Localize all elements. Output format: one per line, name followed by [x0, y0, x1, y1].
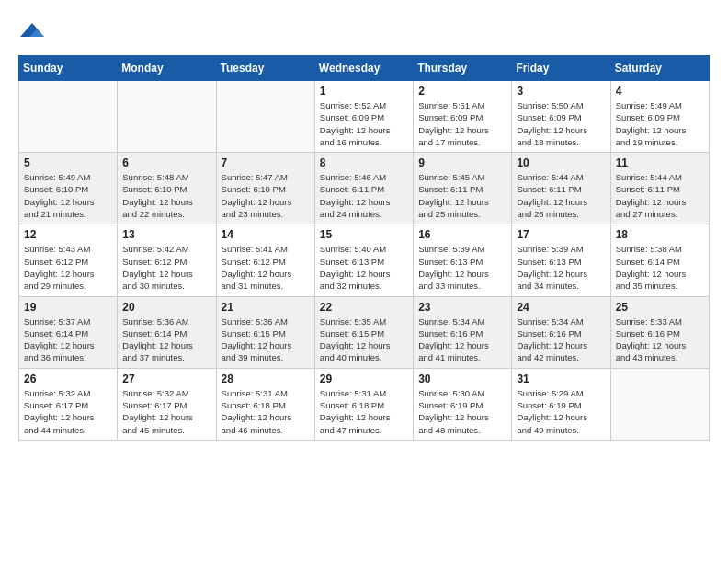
calendar-cell [216, 81, 314, 153]
calendar-cell: 2Sunrise: 5:51 AM Sunset: 6:09 PM Daylig… [414, 81, 512, 153]
calendar-cell: 28Sunrise: 5:31 AM Sunset: 6:18 PM Dayli… [216, 368, 314, 440]
weekday-header-tuesday: Tuesday [216, 56, 314, 81]
calendar-week-row: 5Sunrise: 5:49 AM Sunset: 6:10 PM Daylig… [19, 153, 710, 224]
day-info: Sunrise: 5:42 AM Sunset: 6:12 PM Dayligh… [122, 243, 210, 292]
day-number: 29 [320, 373, 408, 385]
day-info: Sunrise: 5:36 AM Sunset: 6:14 PM Dayligh… [122, 316, 210, 364]
day-number: 28 [222, 373, 310, 385]
weekday-header-monday: Monday [118, 56, 216, 81]
calendar-cell: 1Sunrise: 5:52 AM Sunset: 6:09 PM Daylig… [314, 81, 413, 153]
calendar-cell: 19Sunrise: 5:37 AM Sunset: 6:14 PM Dayli… [19, 296, 118, 368]
day-info: Sunrise: 5:35 AM Sunset: 6:15 PM Dayligh… [320, 316, 408, 364]
day-number: 25 [616, 301, 704, 314]
day-info: Sunrise: 5:51 AM Sunset: 6:09 PM Dayligh… [418, 99, 506, 148]
day-info: Sunrise: 5:39 AM Sunset: 6:13 PM Dayligh… [517, 243, 605, 292]
day-info: Sunrise: 5:29 AM Sunset: 6:19 PM Dayligh… [517, 387, 605, 436]
calendar-week-row: 26Sunrise: 5:32 AM Sunset: 6:17 PM Dayli… [19, 368, 710, 440]
calendar-cell: 5Sunrise: 5:49 AM Sunset: 6:10 PM Daylig… [19, 153, 118, 224]
day-number: 10 [517, 156, 605, 169]
day-info: Sunrise: 5:43 AM Sunset: 6:12 PM Dayligh… [24, 243, 112, 292]
calendar-cell [118, 81, 216, 153]
calendar-cell: 16Sunrise: 5:39 AM Sunset: 6:13 PM Dayli… [414, 224, 512, 296]
day-number: 20 [122, 301, 210, 314]
calendar-cell: 29Sunrise: 5:31 AM Sunset: 6:18 PM Dayli… [314, 368, 413, 440]
day-number: 1 [320, 85, 408, 98]
day-number: 17 [517, 228, 605, 241]
calendar-week-row: 12Sunrise: 5:43 AM Sunset: 6:12 PM Dayli… [19, 224, 710, 296]
day-info: Sunrise: 5:45 AM Sunset: 6:11 PM Dayligh… [418, 171, 506, 220]
day-info: Sunrise: 5:50 AM Sunset: 6:09 PM Dayligh… [517, 99, 605, 148]
day-number: 3 [517, 85, 605, 98]
calendar-cell: 18Sunrise: 5:38 AM Sunset: 6:14 PM Dayli… [610, 224, 709, 296]
day-number: 15 [320, 228, 408, 241]
logo-icon [18, 18, 46, 46]
day-info: Sunrise: 5:44 AM Sunset: 6:11 PM Dayligh… [616, 171, 704, 220]
day-number: 5 [24, 156, 112, 169]
day-info: Sunrise: 5:32 AM Sunset: 6:17 PM Dayligh… [24, 387, 112, 436]
day-info: Sunrise: 5:31 AM Sunset: 6:18 PM Dayligh… [222, 387, 310, 436]
logo [18, 18, 50, 46]
day-info: Sunrise: 5:40 AM Sunset: 6:13 PM Dayligh… [320, 243, 408, 292]
day-info: Sunrise: 5:36 AM Sunset: 6:15 PM Dayligh… [222, 316, 310, 364]
day-number: 14 [222, 228, 310, 241]
calendar-cell: 24Sunrise: 5:34 AM Sunset: 6:16 PM Dayli… [512, 296, 610, 368]
calendar-table: SundayMondayTuesdayWednesdayThursdayFrid… [18, 55, 710, 441]
weekday-header-friday: Friday [512, 56, 610, 81]
calendar-cell: 26Sunrise: 5:32 AM Sunset: 6:17 PM Dayli… [19, 368, 118, 440]
day-info: Sunrise: 5:33 AM Sunset: 6:16 PM Dayligh… [616, 316, 704, 364]
day-number: 16 [418, 228, 506, 241]
calendar-week-row: 1Sunrise: 5:52 AM Sunset: 6:09 PM Daylig… [19, 81, 710, 153]
calendar-cell: 3Sunrise: 5:50 AM Sunset: 6:09 PM Daylig… [512, 81, 610, 153]
calendar-cell: 15Sunrise: 5:40 AM Sunset: 6:13 PM Dayli… [314, 224, 413, 296]
weekday-header-thursday: Thursday [414, 56, 512, 81]
day-info: Sunrise: 5:38 AM Sunset: 6:14 PM Dayligh… [616, 243, 704, 292]
day-info: Sunrise: 5:49 AM Sunset: 6:10 PM Dayligh… [24, 171, 112, 220]
calendar-cell: 22Sunrise: 5:35 AM Sunset: 6:15 PM Dayli… [314, 296, 413, 368]
weekday-header-sunday: Sunday [19, 56, 118, 81]
day-number: 21 [222, 301, 310, 314]
calendar-cell: 20Sunrise: 5:36 AM Sunset: 6:14 PM Dayli… [118, 296, 216, 368]
day-number: 4 [616, 85, 704, 98]
calendar-cell: 6Sunrise: 5:48 AM Sunset: 6:10 PM Daylig… [118, 153, 216, 224]
day-number: 23 [418, 301, 506, 314]
calendar-cell: 9Sunrise: 5:45 AM Sunset: 6:11 PM Daylig… [414, 153, 512, 224]
calendar-cell: 4Sunrise: 5:49 AM Sunset: 6:09 PM Daylig… [610, 81, 709, 153]
day-info: Sunrise: 5:32 AM Sunset: 6:17 PM Dayligh… [122, 387, 210, 436]
day-info: Sunrise: 5:46 AM Sunset: 6:11 PM Dayligh… [320, 171, 408, 220]
day-number: 8 [320, 156, 408, 169]
day-info: Sunrise: 5:44 AM Sunset: 6:11 PM Dayligh… [517, 171, 605, 220]
weekday-header-row: SundayMondayTuesdayWednesdayThursdayFrid… [19, 56, 710, 81]
day-number: 9 [418, 156, 506, 169]
day-info: Sunrise: 5:34 AM Sunset: 6:16 PM Dayligh… [418, 316, 506, 364]
calendar-cell: 30Sunrise: 5:30 AM Sunset: 6:19 PM Dayli… [414, 368, 512, 440]
calendar-week-row: 19Sunrise: 5:37 AM Sunset: 6:14 PM Dayli… [19, 296, 710, 368]
calendar-cell: 23Sunrise: 5:34 AM Sunset: 6:16 PM Dayli… [414, 296, 512, 368]
calendar-cell [610, 368, 709, 440]
day-number: 24 [517, 301, 605, 314]
day-number: 22 [320, 301, 408, 314]
day-number: 26 [24, 373, 112, 385]
day-number: 6 [122, 156, 210, 169]
day-number: 11 [616, 156, 704, 169]
day-info: Sunrise: 5:30 AM Sunset: 6:19 PM Dayligh… [418, 387, 506, 436]
day-number: 13 [122, 228, 210, 241]
calendar-cell: 17Sunrise: 5:39 AM Sunset: 6:13 PM Dayli… [512, 224, 610, 296]
day-info: Sunrise: 5:48 AM Sunset: 6:10 PM Dayligh… [122, 171, 210, 220]
day-info: Sunrise: 5:47 AM Sunset: 6:10 PM Dayligh… [222, 171, 310, 220]
page: SundayMondayTuesdayWednesdayThursdayFrid… [0, 0, 728, 450]
weekday-header-saturday: Saturday [610, 56, 709, 81]
calendar-cell [19, 81, 118, 153]
day-info: Sunrise: 5:34 AM Sunset: 6:16 PM Dayligh… [517, 316, 605, 364]
calendar-cell: 21Sunrise: 5:36 AM Sunset: 6:15 PM Dayli… [216, 296, 314, 368]
calendar-cell: 14Sunrise: 5:41 AM Sunset: 6:12 PM Dayli… [216, 224, 314, 296]
calendar-cell: 12Sunrise: 5:43 AM Sunset: 6:12 PM Dayli… [19, 224, 118, 296]
day-number: 27 [122, 373, 210, 385]
day-number: 18 [616, 228, 704, 241]
calendar-cell: 13Sunrise: 5:42 AM Sunset: 6:12 PM Dayli… [118, 224, 216, 296]
day-number: 19 [24, 301, 112, 314]
day-info: Sunrise: 5:31 AM Sunset: 6:18 PM Dayligh… [320, 387, 408, 436]
calendar-cell: 11Sunrise: 5:44 AM Sunset: 6:11 PM Dayli… [610, 153, 709, 224]
day-info: Sunrise: 5:39 AM Sunset: 6:13 PM Dayligh… [418, 243, 506, 292]
day-number: 12 [24, 228, 112, 241]
calendar-cell: 10Sunrise: 5:44 AM Sunset: 6:11 PM Dayli… [512, 153, 610, 224]
